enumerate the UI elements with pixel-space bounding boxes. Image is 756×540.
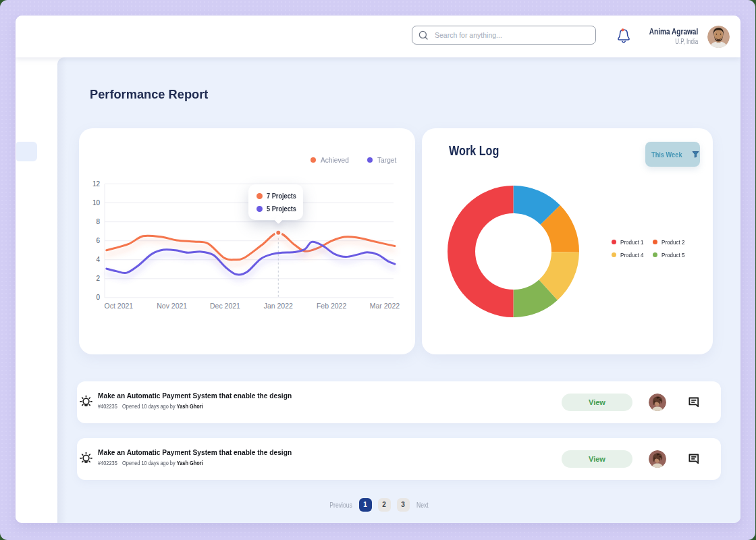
work-log-legend-item: Product 1 <box>612 238 653 246</box>
line-chart: 024681012Oct 2021Nov 2021Dec 2021Jan 202… <box>79 128 415 354</box>
view-button[interactable]: View <box>562 394 632 411</box>
task-author: Yash Ghori <box>177 403 203 410</box>
legend-label: Product 5 <box>662 251 685 259</box>
pagination-page-3[interactable]: 3 <box>397 498 410 512</box>
svg-text:Nov 2021: Nov 2021 <box>157 302 187 310</box>
search-box[interactable] <box>412 26 596 45</box>
task-info: Make an Automatic Payment System that en… <box>98 392 298 410</box>
pagination-previous[interactable]: Previous <box>329 501 352 509</box>
sidebar <box>16 57 57 523</box>
task-info: Make an Automatic Payment System that en… <box>98 448 298 466</box>
pagination-page-1[interactable]: 1 <box>359 498 372 512</box>
assignee-avatar-image <box>649 450 666 468</box>
page-title: Performance Report <box>90 87 208 102</box>
legend-dot <box>653 252 657 257</box>
sidebar-item-active[interactable] <box>16 142 37 161</box>
lightbulb-icon <box>77 450 95 468</box>
task-subtitle: #402235 Opened 10 days ago by Yash Ghori <box>98 403 272 410</box>
search-input[interactable] <box>429 31 577 39</box>
tooltip-achieved-label: 7 Projects <box>267 192 296 200</box>
header: Anima Agrawal U.P, India <box>16 16 740 57</box>
task-id: #402235 <box>98 403 117 410</box>
svg-text:Feb 2022: Feb 2022 <box>317 302 347 310</box>
task-row: Make an Automatic Payment System that en… <box>77 438 721 480</box>
main-content: Performance Report Achieved Target 02468… <box>57 57 741 523</box>
user-block[interactable]: Anima Agrawal U.P, India <box>640 26 698 47</box>
work-log-legend: Product 1Product 2Product 4Product 5 <box>612 238 689 259</box>
svg-text:Dec 2021: Dec 2021 <box>210 302 240 310</box>
assignee-avatar[interactable] <box>649 394 666 411</box>
svg-text:Oct 2021: Oct 2021 <box>105 302 134 310</box>
comment-icon <box>688 454 700 465</box>
search-icon <box>418 30 429 40</box>
pagination-next[interactable]: Next <box>416 501 429 509</box>
task-author: Yash Ghori <box>177 460 203 466</box>
pagination: Previous 1 2 3 Next <box>57 498 740 513</box>
notification-bell-button[interactable] <box>614 25 635 47</box>
legend-dot <box>612 252 616 257</box>
chart-tooltip: 7 Projects 5 Projects <box>248 184 303 220</box>
tooltip-target-dot <box>256 206 263 212</box>
work-log-legend-item: Product 4 <box>612 251 653 259</box>
task-subtitle: #402235 Opened 10 days ago by Yash Ghori <box>98 460 272 466</box>
work-log-legend-item: Product 2 <box>653 238 689 246</box>
tooltip-target-label: 5 Projects <box>267 205 296 213</box>
app-window: Performance Report Achieved Target 02468… <box>16 16 740 523</box>
view-button[interactable]: View <box>562 450 632 468</box>
work-log-card: Work Log This Week Product 1Product 2Pro… <box>422 128 713 354</box>
tooltip-row-target: 5 Projects <box>256 204 303 214</box>
user-avatar[interactable] <box>707 26 730 48</box>
notification-dot <box>622 28 624 31</box>
task-id: #402235 <box>98 460 117 466</box>
tooltip-achieved-dot <box>256 193 263 199</box>
legend-label: Product 1 <box>620 238 644 246</box>
legend-dot <box>653 240 657 244</box>
task-title: Make an Automatic Payment System that en… <box>98 392 292 400</box>
bell-icon <box>617 28 630 43</box>
legend-label: Product 2 <box>662 238 685 246</box>
user-name: Anima Agrawal <box>649 26 698 37</box>
svg-text:6: 6 <box>96 237 100 244</box>
svg-text:8: 8 <box>96 218 100 225</box>
lightbulb-icon <box>77 393 95 411</box>
svg-text:Jan 2022: Jan 2022 <box>264 302 293 310</box>
comment-icon <box>688 397 700 408</box>
task-opened: Opened 10 days ago by <box>122 460 176 466</box>
pagination-page-2[interactable]: 2 <box>378 498 391 512</box>
svg-text:10: 10 <box>92 199 101 207</box>
task-row: Make an Automatic Payment System that en… <box>77 381 721 423</box>
comment-button[interactable] <box>688 397 700 408</box>
task-opened: Opened 10 days ago by <box>122 403 176 410</box>
assignee-avatar[interactable] <box>649 450 666 468</box>
work-log-legend-item: Product 5 <box>653 251 689 259</box>
legend-label: Product 4 <box>620 251 644 259</box>
svg-text:2: 2 <box>96 275 100 282</box>
legend-dot <box>612 240 616 244</box>
tooltip-row-achieved: 7 Projects <box>256 191 303 201</box>
task-title: Make an Automatic Payment System that en… <box>98 448 292 456</box>
svg-text:12: 12 <box>92 180 101 188</box>
user-location: U.P, India <box>651 37 698 47</box>
svg-text:0: 0 <box>96 294 100 301</box>
comment-button[interactable] <box>688 454 700 465</box>
svg-text:Mar 2022: Mar 2022 <box>370 302 400 310</box>
svg-text:4: 4 <box>96 256 100 263</box>
assignee-avatar-image <box>649 394 666 411</box>
performance-chart-card: Achieved Target 024681012Oct 2021Nov 202… <box>79 128 415 354</box>
